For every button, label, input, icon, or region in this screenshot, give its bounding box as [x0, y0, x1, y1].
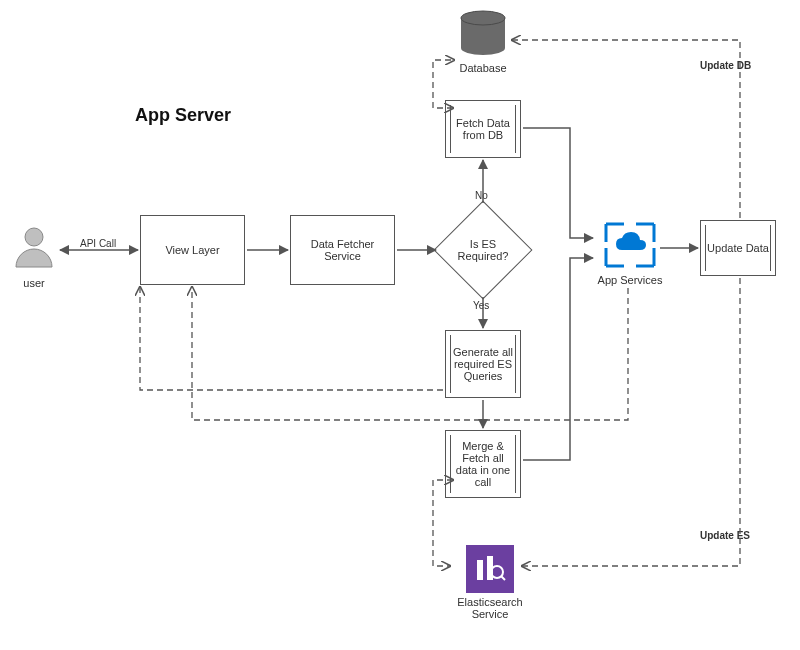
gen-queries-box: Generate all required ES Queries	[445, 330, 521, 398]
diagram-canvas: App Server user View Layer Data Fetcher …	[0, 0, 800, 650]
diagram-title: App Server	[135, 105, 231, 126]
database-node: Database	[455, 10, 511, 74]
user-icon	[10, 225, 58, 273]
api-call-label: API Call	[80, 238, 116, 249]
fetch-db-box: Fetch Data from DB	[445, 100, 521, 158]
app-services-icon	[602, 220, 658, 270]
svg-rect-3	[477, 560, 483, 580]
yes-label: Yes	[473, 300, 489, 311]
view-layer-box: View Layer	[140, 215, 245, 285]
update-es-label: Update ES	[700, 530, 750, 541]
connectors	[0, 0, 800, 650]
es-service-icon	[466, 545, 514, 593]
es-service-label: Elasticsearch Service	[450, 596, 530, 620]
data-fetcher-label: Data Fetcher Service	[295, 238, 390, 262]
user-label: user	[10, 277, 58, 289]
svg-line-6	[501, 576, 505, 580]
merge-fetch-label: Merge & Fetch all data in one call	[450, 440, 516, 488]
database-icon	[455, 10, 511, 58]
update-data-box: Update Data	[700, 220, 776, 276]
decision-label: Is ES Required?	[448, 238, 518, 262]
data-fetcher-box: Data Fetcher Service	[290, 215, 395, 285]
app-services-node: App Services	[595, 220, 665, 286]
fetch-db-label: Fetch Data from DB	[450, 117, 516, 141]
view-layer-label: View Layer	[165, 244, 219, 256]
gen-queries-label: Generate all required ES Queries	[450, 346, 516, 382]
es-service-node: Elasticsearch Service	[450, 545, 530, 620]
user-actor: user	[10, 225, 58, 289]
update-db-label: Update DB	[700, 60, 751, 71]
update-data-label: Update Data	[707, 242, 769, 254]
app-services-label: App Services	[595, 274, 665, 286]
svg-point-0	[25, 228, 43, 246]
merge-fetch-box: Merge & Fetch all data in one call	[445, 430, 521, 498]
es-required-decision: Is ES Required?	[448, 215, 518, 285]
database-label: Database	[455, 62, 511, 74]
no-label: No	[475, 190, 488, 201]
